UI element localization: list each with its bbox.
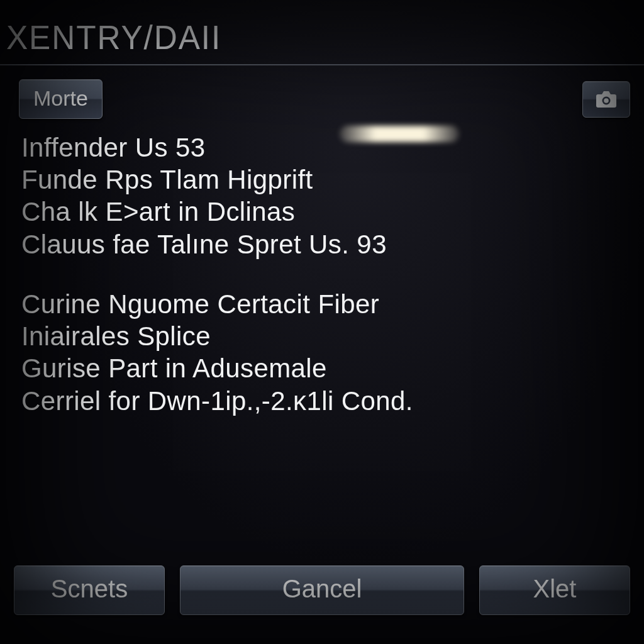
gancel-button-label: Gancel: [282, 575, 362, 603]
morte-button-label: Morte: [33, 86, 88, 111]
camera-icon: [596, 91, 617, 108]
content-line: Gurise Part in Adusemale: [21, 352, 623, 384]
scnets-button-label: Scnets: [51, 575, 128, 603]
xlet-button[interactable]: Xlet: [479, 565, 630, 615]
header-row: Morte: [0, 65, 644, 125]
content-line: Funde Rps Tlam Higprift: [21, 164, 623, 196]
text-block-2: Curine Nguome Certacit Fiber Iniairales …: [21, 288, 623, 417]
text-block-1: Inffender Us 53 Funde Rps Tlam Higprift …: [21, 131, 623, 260]
scnets-button[interactable]: Scnets: [14, 565, 165, 615]
content-line: Iniairales Splice: [21, 320, 623, 352]
app-title: XENTRY/DAII: [6, 18, 606, 57]
content-line: Clauus fae Talıne Spret Us. 93: [21, 228, 623, 260]
content-area: Inffender Us 53 Funde Rps Tlam Higprift …: [0, 125, 644, 565]
content-line: Inffender Us 53: [21, 131, 623, 164]
footer-button-row: Scnets Gancel Xlet: [0, 565, 644, 644]
gancel-button[interactable]: Gancel: [180, 565, 464, 615]
xlet-button-label: Xlet: [533, 575, 577, 603]
screen: XENTRY/DAII Morte Inffender Us 53 Funde …: [0, 0, 644, 644]
content-line: Cerriel for Dwn-1ip.,-2.ĸ1li Cond.: [21, 385, 623, 417]
title-bar: XENTRY/DAII: [0, 0, 644, 65]
content-line: Curine Nguome Certacit Fiber: [21, 288, 623, 320]
content-line: Cha lk E>art in Dclinas: [21, 196, 623, 228]
camera-button[interactable]: [582, 81, 630, 118]
svg-point-2: [604, 98, 609, 103]
morte-button[interactable]: Morte: [19, 79, 103, 119]
